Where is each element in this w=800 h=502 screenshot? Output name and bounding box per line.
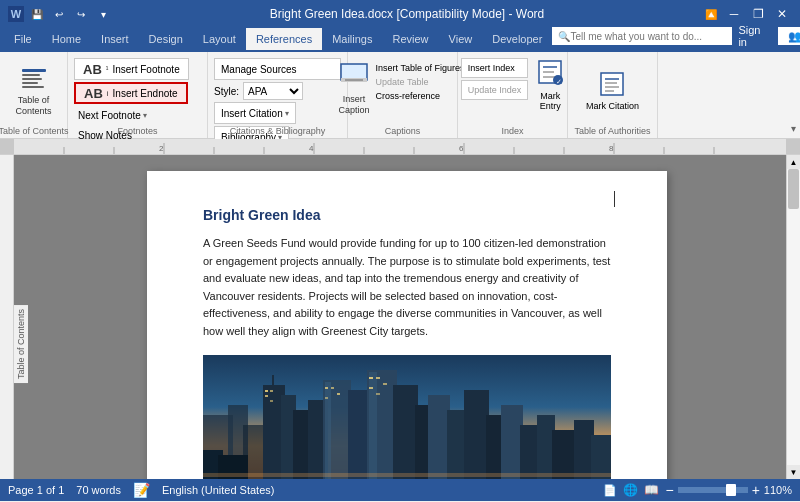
tab-design[interactable]: Design — [139, 28, 193, 50]
svg-text:2: 2 — [159, 144, 164, 153]
save-qat-button[interactable]: 💾 — [28, 5, 46, 23]
table-of-contents-sidebar: Table of Contents — [14, 305, 28, 383]
svg-rect-64 — [591, 435, 611, 479]
status-bar-right: 📄 🌐 📖 − + 110% — [603, 482, 792, 498]
window-title: Bright Green Idea.docx [Compatibility Mo… — [112, 7, 702, 21]
group-table-of-contents: Table of Contents Table of Contents — [0, 52, 68, 138]
svg-rect-57 — [464, 390, 489, 479]
document-title: Bright Green Idea — [203, 207, 611, 223]
svg-rect-45 — [272, 375, 274, 387]
zoom-in-button[interactable]: + — [752, 482, 760, 498]
insert-table-of-figures-button[interactable]: Insert Table of Figures — [374, 62, 467, 74]
scroll-down-button[interactable]: ▼ — [787, 465, 801, 479]
style-select[interactable]: APA MLA Chicago — [243, 82, 303, 100]
tab-insert[interactable]: Insert — [91, 28, 139, 50]
expand-ribbon-button[interactable]: ▾ — [791, 123, 796, 134]
svg-rect-1 — [22, 74, 40, 76]
view-read-icon[interactable]: 📖 — [644, 483, 659, 497]
insert-caption-label: Insert Caption — [339, 94, 370, 116]
scroll-up-button[interactable]: ▲ — [787, 155, 801, 169]
group-footnotes: AB ¹ Insert Footnote AB i Insert Endnote — [68, 52, 208, 138]
svg-rect-72 — [331, 387, 334, 389]
insert-citation-button[interactable]: Insert Citation ▾ — [214, 102, 296, 124]
view-web-icon[interactable]: 🌐 — [623, 483, 638, 497]
scrollbar-thumb[interactable] — [788, 169, 799, 209]
svg-rect-75 — [369, 377, 373, 379]
svg-rect-69 — [265, 395, 268, 397]
mark-citation-label: Mark Citation — [586, 101, 639, 111]
tab-developer[interactable]: Developer — [482, 28, 552, 50]
share-button[interactable]: 👥 Share — [778, 27, 800, 45]
citations-group-label: Citations & Bibliography — [230, 126, 326, 136]
sign-in-link[interactable]: Sign in — [738, 24, 764, 48]
tab-home[interactable]: Home — [42, 28, 91, 50]
footnote-ab-icon: AB — [83, 62, 102, 77]
tab-layout[interactable]: Layout — [193, 28, 246, 50]
cross-reference-button[interactable]: Cross-reference — [374, 90, 467, 102]
insert-index-button[interactable]: Insert Index — [461, 58, 529, 78]
next-footnote-arrow: ▾ — [143, 111, 147, 120]
minimize-button[interactable]: ─ — [724, 4, 744, 24]
word-count: 70 words — [76, 484, 121, 496]
update-index-button[interactable]: Update Index — [461, 80, 529, 100]
document-page: Bright Green Idea A Green Seeds Fund wou… — [147, 171, 667, 479]
tell-me-input[interactable] — [570, 31, 726, 42]
word-icon: W — [8, 6, 24, 22]
mark-citation-button[interactable]: Mark Citation — [586, 70, 639, 111]
tab-review[interactable]: Review — [383, 28, 439, 50]
tab-view[interactable]: View — [439, 28, 483, 50]
group-citations: Manage Sources Style: APA MLA Chicago In… — [208, 52, 348, 138]
view-print-icon[interactable]: 📄 — [603, 484, 617, 497]
mark-entry-label: Mark Entry — [536, 91, 564, 111]
zoom-percentage[interactable]: 110% — [764, 484, 792, 496]
document-body[interactable]: A Green Seeds Fund would provide funding… — [203, 235, 611, 341]
svg-text:6: 6 — [459, 144, 464, 153]
svg-rect-19 — [14, 139, 786, 154]
scrollbar-track[interactable] — [787, 169, 800, 465]
spelling-icon[interactable]: 📝 — [133, 482, 150, 498]
insert-footnote-button[interactable]: AB ¹ Insert Footnote — [74, 58, 189, 80]
table-of-contents-button[interactable]: Table of Contents — [4, 61, 64, 119]
city-image — [203, 355, 611, 479]
toc-icon — [18, 63, 50, 95]
vertical-scrollbar[interactable]: ▲ ▼ — [786, 155, 800, 479]
tab-references[interactable]: References — [246, 28, 322, 50]
style-label: Style: — [214, 86, 239, 97]
undo-qat-button[interactable]: ↩ — [50, 5, 68, 23]
svg-rect-2 — [22, 78, 42, 80]
status-bar: Page 1 of 1 70 words 📝 English (United S… — [0, 479, 800, 501]
close-button[interactable]: ✕ — [772, 4, 792, 24]
insert-citation-arrow: ▾ — [285, 109, 289, 118]
tab-mailings[interactable]: Mailings — [322, 28, 382, 50]
zoom-control: − + 110% — [665, 482, 792, 498]
restore-button[interactable]: ❐ — [748, 4, 768, 24]
svg-text:8: 8 — [609, 144, 614, 153]
tab-file[interactable]: File — [4, 28, 42, 50]
left-panel — [0, 155, 14, 479]
insert-endnote-button[interactable]: AB i Insert Endnote — [74, 82, 188, 104]
zoom-slider-thumb[interactable] — [726, 484, 736, 496]
mark-entry-button[interactable]: ✓ Mark Entry — [536, 58, 564, 111]
mark-citation-icon — [598, 70, 626, 101]
update-table-button[interactable]: Update Table — [374, 76, 467, 88]
redo-qat-button[interactable]: ↪ — [72, 5, 90, 23]
svg-rect-49 — [325, 382, 331, 479]
zoom-out-button[interactable]: − — [665, 482, 673, 498]
share-icon: 👥 — [788, 30, 800, 43]
svg-rect-55 — [428, 395, 450, 479]
document-area: Table of Contents Bright Green Idea A Gr… — [14, 155, 800, 479]
zoom-slider[interactable] — [678, 487, 748, 493]
svg-rect-67 — [265, 390, 268, 392]
collapse-ribbon-button[interactable]: 🔼 — [702, 5, 720, 23]
svg-rect-79 — [376, 393, 380, 395]
language-indicator[interactable]: English (United States) — [162, 484, 275, 496]
svg-rect-71 — [325, 387, 328, 389]
svg-rect-77 — [383, 383, 387, 385]
customize-qat-button[interactable]: ▾ — [94, 5, 112, 23]
footnotes-group-label: Footnotes — [117, 126, 157, 136]
mark-entry-icon: ✓ — [536, 58, 564, 91]
next-footnote-button[interactable]: Next Footnote ▾ — [74, 106, 151, 124]
insert-caption-button[interactable]: Insert Caption — [339, 58, 370, 116]
manage-sources-button[interactable]: Manage Sources — [214, 58, 341, 80]
ribbon: File Home Insert Design Layout Reference… — [0, 28, 800, 139]
